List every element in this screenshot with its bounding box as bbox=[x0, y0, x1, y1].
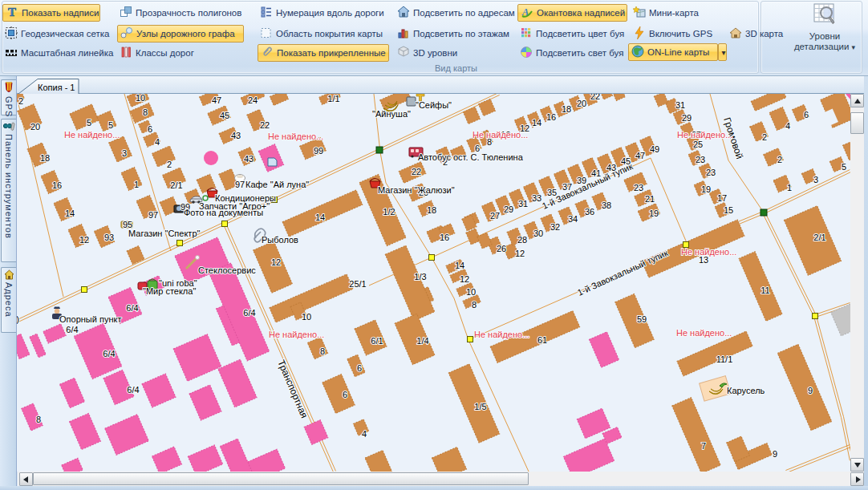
svg-text:Не найдено...: Не найдено... bbox=[269, 330, 324, 339]
svg-text:1/1: 1/1 bbox=[327, 94, 339, 103]
svg-text:8: 8 bbox=[472, 300, 477, 310]
svg-text:21: 21 bbox=[645, 194, 655, 204]
svg-text:47: 47 bbox=[212, 95, 221, 105]
svg-text:19: 19 bbox=[649, 209, 659, 218]
svg-text:Карусель: Карусель bbox=[727, 386, 765, 395]
svg-text:6/4: 6/4 bbox=[243, 308, 255, 318]
svg-text:23: 23 bbox=[696, 155, 705, 164]
svg-text:Не найдено...: Не найдено... bbox=[677, 130, 732, 140]
svg-text:Кафе "Ай луна": Кафе "Ай луна" bbox=[245, 180, 309, 189]
svg-text:1/2: 1/2 bbox=[383, 207, 395, 217]
svg-text:11/1: 11/1 bbox=[716, 354, 733, 364]
svg-text:28: 28 bbox=[517, 235, 527, 245]
svg-text:24: 24 bbox=[248, 95, 258, 105]
svg-text:33: 33 bbox=[532, 193, 541, 203]
svg-text:32: 32 bbox=[550, 222, 560, 232]
svg-text:4: 4 bbox=[155, 137, 160, 147]
svg-text:6/1: 6/1 bbox=[371, 336, 383, 346]
svg-text:2/1: 2/1 bbox=[170, 180, 182, 190]
svg-text:Опорный пункт: Опорный пункт bbox=[59, 314, 121, 324]
svg-text:а): а) bbox=[17, 314, 19, 324]
svg-text:43: 43 bbox=[231, 131, 241, 140]
svg-text:6: 6 bbox=[357, 363, 362, 373]
svg-text:"Мир стекла": "Мир стекла" bbox=[143, 286, 196, 296]
svg-text:8: 8 bbox=[36, 415, 41, 424]
svg-text:14: 14 bbox=[532, 118, 541, 128]
svg-text:Не найдено...: Не найдено... bbox=[681, 247, 736, 257]
svg-text:16: 16 bbox=[440, 233, 449, 242]
svg-text:45: 45 bbox=[621, 156, 631, 166]
svg-text:31: 31 bbox=[675, 100, 685, 110]
svg-text:16: 16 bbox=[546, 112, 556, 122]
svg-text:93: 93 bbox=[104, 233, 114, 242]
svg-text:Не найдено...: Не найдено... bbox=[268, 132, 323, 141]
svg-text:2/1: 2/1 bbox=[813, 233, 825, 242]
svg-text:37: 37 bbox=[562, 182, 572, 192]
svg-text:22: 22 bbox=[260, 120, 270, 130]
svg-text:6/4: 6/4 bbox=[127, 385, 139, 395]
svg-text:43: 43 bbox=[244, 154, 254, 164]
svg-text:1/4: 1/4 bbox=[416, 336, 428, 346]
svg-text:6: 6 bbox=[343, 390, 347, 399]
svg-text:Фото на документы: Фото на документы bbox=[184, 208, 263, 217]
svg-text:Стеклосервис: Стеклосервис bbox=[198, 265, 256, 275]
svg-text:14: 14 bbox=[65, 209, 75, 218]
svg-text:Магазин "Спектр": Магазин "Спектр" bbox=[128, 229, 201, 238]
svg-text:1: 1 bbox=[787, 183, 792, 192]
svg-text:14: 14 bbox=[315, 213, 325, 222]
svg-text:12: 12 bbox=[271, 257, 281, 267]
svg-text:19: 19 bbox=[701, 184, 711, 194]
svg-text:T: T bbox=[8, 6, 16, 18]
svg-text:"Сейфы": "Сейфы" bbox=[416, 100, 452, 110]
svg-text:4: 4 bbox=[362, 429, 367, 439]
svg-text:22: 22 bbox=[590, 94, 600, 101]
svg-text:10: 10 bbox=[302, 312, 311, 322]
svg-text:"Айнуша": "Айнуша" bbox=[372, 109, 411, 119]
svg-text:22: 22 bbox=[412, 167, 421, 176]
svg-text:26: 26 bbox=[497, 244, 506, 253]
svg-text:5: 5 bbox=[87, 118, 91, 128]
svg-text:Не найдено...: Не найдено... bbox=[473, 130, 528, 140]
svg-text:Копия - 1: Копия - 1 bbox=[38, 83, 75, 92]
svg-text:2: 2 bbox=[762, 132, 767, 142]
svg-text:12: 12 bbox=[79, 235, 89, 245]
svg-text:47: 47 bbox=[635, 151, 645, 160]
svg-text:25: 25 bbox=[693, 140, 703, 149]
svg-text:10: 10 bbox=[466, 287, 476, 297]
svg-text:16: 16 bbox=[52, 180, 62, 190]
svg-text:18: 18 bbox=[427, 205, 436, 215]
svg-text:2: 2 bbox=[18, 96, 23, 106]
svg-text:35: 35 bbox=[547, 188, 557, 197]
svg-text:6/4: 6/4 bbox=[66, 325, 78, 334]
svg-text:97: 97 bbox=[148, 210, 158, 220]
svg-text:49: 49 bbox=[650, 144, 659, 154]
svg-text:Не найдено...: Не найдено... bbox=[64, 130, 120, 140]
svg-text:6/4: 6/4 bbox=[103, 349, 115, 358]
svg-text:2: 2 bbox=[777, 155, 782, 164]
svg-text:99: 99 bbox=[314, 146, 323, 156]
svg-text:7: 7 bbox=[701, 441, 706, 451]
svg-text:12: 12 bbox=[515, 249, 525, 258]
svg-text:18: 18 bbox=[40, 153, 50, 163]
svg-text:20: 20 bbox=[30, 122, 40, 132]
svg-text:15: 15 bbox=[724, 205, 733, 215]
svg-text:17: 17 bbox=[717, 193, 727, 203]
svg-text:2: 2 bbox=[167, 160, 172, 169]
svg-text:9: 9 bbox=[808, 386, 813, 395]
svg-text:11: 11 bbox=[761, 285, 769, 295]
svg-text:10: 10 bbox=[136, 94, 145, 103]
svg-text:18: 18 bbox=[562, 104, 571, 114]
svg-text:1: 1 bbox=[134, 180, 139, 189]
svg-text:29: 29 bbox=[504, 205, 513, 214]
svg-text:Магазин "Жалюзи": Магазин "Жалюзи" bbox=[378, 185, 455, 195]
svg-text:4: 4 bbox=[785, 121, 790, 131]
svg-text:39: 39 bbox=[577, 176, 586, 185]
svg-text:3: 3 bbox=[122, 148, 127, 158]
svg-text:5: 5 bbox=[108, 120, 113, 130]
svg-text:Автобус ост. С. Тюленина: Автобус ост. С. Тюленина bbox=[418, 152, 524, 162]
svg-text:Рыболов: Рыболов bbox=[262, 235, 298, 245]
svg-text:30: 30 bbox=[533, 229, 543, 238]
svg-text:14: 14 bbox=[455, 261, 464, 270]
svg-text:23: 23 bbox=[706, 168, 716, 177]
svg-text:27: 27 bbox=[490, 211, 500, 221]
